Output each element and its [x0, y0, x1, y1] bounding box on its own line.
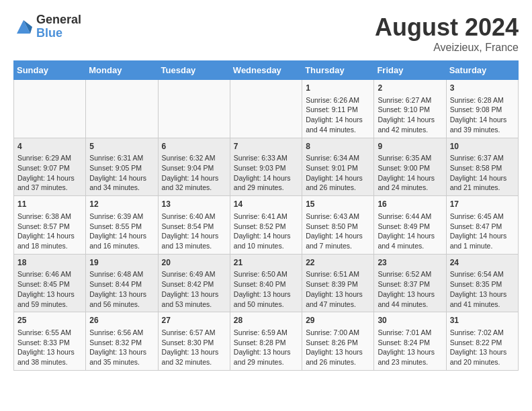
calendar-week-row: 1Sunrise: 6:26 AM Sunset: 9:11 PM Daylig…: [14, 80, 519, 138]
day-number: 9: [378, 141, 442, 152]
calendar-cell: 2Sunrise: 6:27 AM Sunset: 9:10 PM Daylig…: [374, 80, 446, 138]
day-number: 17: [450, 199, 515, 210]
day-info: Sunrise: 6:29 AM Sunset: 9:07 PM Dayligh…: [17, 153, 82, 193]
calendar-cell: 12Sunrise: 6:39 AM Sunset: 8:55 PM Dayli…: [86, 196, 158, 255]
calendar-week-row: 18Sunrise: 6:46 AM Sunset: 8:45 PM Dayli…: [14, 254, 519, 312]
day-info: Sunrise: 6:31 AM Sunset: 9:05 PM Dayligh…: [89, 153, 154, 193]
calendar-cell: 26Sunrise: 6:56 AM Sunset: 8:32 PM Dayli…: [86, 312, 158, 371]
day-number: 23: [378, 257, 442, 269]
day-number: 5: [89, 141, 154, 152]
day-number: 7: [234, 141, 298, 152]
calendar-cell: 15Sunrise: 6:43 AM Sunset: 8:50 PM Dayli…: [302, 196, 374, 255]
header-day: Wednesday: [230, 61, 302, 80]
header-day: Thursday: [302, 61, 374, 80]
day-info: Sunrise: 7:01 AM Sunset: 8:24 PM Dayligh…: [378, 328, 442, 367]
day-number: 12: [89, 199, 154, 210]
day-info: Sunrise: 6:26 AM Sunset: 9:11 PM Dayligh…: [306, 95, 370, 135]
day-number: 18: [17, 257, 82, 269]
day-info: Sunrise: 6:50 AM Sunset: 8:40 PM Dayligh…: [234, 269, 298, 309]
calendar-cell: 21Sunrise: 6:50 AM Sunset: 8:40 PM Dayli…: [230, 254, 302, 312]
day-number: 11: [17, 199, 82, 210]
day-number: 4: [17, 141, 82, 152]
calendar-cell: 13Sunrise: 6:40 AM Sunset: 8:54 PM Dayli…: [158, 196, 230, 255]
day-number: 25: [17, 315, 82, 326]
day-info: Sunrise: 6:44 AM Sunset: 8:49 PM Dayligh…: [378, 212, 442, 251]
calendar-cell: [230, 80, 302, 138]
day-info: Sunrise: 6:56 AM Sunset: 8:32 PM Dayligh…: [89, 328, 154, 367]
day-info: Sunrise: 6:38 AM Sunset: 8:57 PM Dayligh…: [17, 212, 82, 251]
day-number: 22: [306, 257, 370, 269]
page-header: General Blue August 2024 Aveizieux, Fran…: [13, 13, 519, 54]
day-number: 1: [306, 83, 370, 94]
calendar-cell: 9Sunrise: 6:35 AM Sunset: 9:00 PM Daylig…: [374, 138, 446, 196]
location-title: Aveizieux, France: [375, 42, 519, 54]
header-day: Tuesday: [158, 61, 230, 80]
calendar-cell: 18Sunrise: 6:46 AM Sunset: 8:45 PM Dayli…: [14, 254, 86, 312]
day-number: 24: [450, 257, 515, 269]
calendar-cell: 8Sunrise: 6:34 AM Sunset: 9:01 PM Daylig…: [302, 138, 374, 196]
calendar-cell: 17Sunrise: 6:45 AM Sunset: 8:47 PM Dayli…: [446, 196, 518, 255]
day-info: Sunrise: 6:51 AM Sunset: 8:39 PM Dayligh…: [306, 269, 370, 309]
day-info: Sunrise: 6:39 AM Sunset: 8:55 PM Dayligh…: [89, 212, 154, 251]
day-info: Sunrise: 6:35 AM Sunset: 9:00 PM Dayligh…: [378, 153, 442, 193]
calendar-cell: [86, 80, 158, 138]
calendar-week-row: 25Sunrise: 6:55 AM Sunset: 8:33 PM Dayli…: [14, 312, 519, 371]
day-info: Sunrise: 7:02 AM Sunset: 8:22 PM Dayligh…: [450, 328, 515, 367]
header-row: SundayMondayTuesdayWednesdayThursdayFrid…: [14, 61, 519, 80]
calendar-cell: 6Sunrise: 6:32 AM Sunset: 9:04 PM Daylig…: [158, 138, 230, 196]
logo: General Blue: [13, 13, 81, 40]
calendar-cell: 10Sunrise: 6:37 AM Sunset: 8:58 PM Dayli…: [446, 138, 518, 196]
day-number: 8: [306, 141, 370, 152]
day-number: 19: [89, 257, 154, 269]
day-number: 28: [234, 315, 298, 326]
day-number: 20: [162, 257, 226, 269]
calendar-cell: 16Sunrise: 6:44 AM Sunset: 8:49 PM Dayli…: [374, 196, 446, 255]
logo-text: General Blue: [36, 13, 81, 40]
day-number: 10: [450, 141, 515, 152]
month-title: August 2024: [375, 13, 519, 42]
header-day: Sunday: [14, 61, 86, 80]
logo-blue: Blue: [36, 27, 81, 40]
calendar-header: SundayMondayTuesdayWednesdayThursdayFrid…: [14, 61, 519, 80]
day-number: 16: [378, 199, 442, 210]
day-info: Sunrise: 6:40 AM Sunset: 8:54 PM Dayligh…: [162, 212, 226, 251]
logo-general: General: [36, 13, 81, 27]
day-info: Sunrise: 6:28 AM Sunset: 9:08 PM Dayligh…: [450, 95, 515, 135]
day-info: Sunrise: 6:46 AM Sunset: 8:45 PM Dayligh…: [17, 269, 82, 309]
header-day: Monday: [86, 61, 158, 80]
day-info: Sunrise: 6:55 AM Sunset: 8:33 PM Dayligh…: [17, 328, 82, 367]
day-info: Sunrise: 6:33 AM Sunset: 9:03 PM Dayligh…: [234, 153, 298, 193]
day-number: 3: [450, 83, 515, 94]
calendar-week-row: 11Sunrise: 6:38 AM Sunset: 8:57 PM Dayli…: [14, 196, 519, 255]
calendar-cell: 31Sunrise: 7:02 AM Sunset: 8:22 PM Dayli…: [446, 312, 518, 371]
calendar-cell: 25Sunrise: 6:55 AM Sunset: 8:33 PM Dayli…: [14, 312, 86, 371]
day-number: 2: [378, 83, 442, 94]
calendar-cell: 7Sunrise: 6:33 AM Sunset: 9:03 PM Daylig…: [230, 138, 302, 196]
day-number: 30: [378, 315, 442, 326]
calendar-cell: 19Sunrise: 6:48 AM Sunset: 8:44 PM Dayli…: [86, 254, 158, 312]
day-number: 15: [306, 199, 370, 210]
calendar-cell: 30Sunrise: 7:01 AM Sunset: 8:24 PM Dayli…: [374, 312, 446, 371]
day-number: 29: [306, 315, 370, 326]
calendar-cell: 5Sunrise: 6:31 AM Sunset: 9:05 PM Daylig…: [86, 138, 158, 196]
calendar-cell: 11Sunrise: 6:38 AM Sunset: 8:57 PM Dayli…: [14, 196, 86, 255]
day-info: Sunrise: 6:34 AM Sunset: 9:01 PM Dayligh…: [306, 153, 370, 193]
calendar-cell: 4Sunrise: 6:29 AM Sunset: 9:07 PM Daylig…: [14, 138, 86, 196]
calendar-cell: 14Sunrise: 6:41 AM Sunset: 8:52 PM Dayli…: [230, 196, 302, 255]
day-number: 14: [234, 199, 298, 210]
logo-icon: [13, 17, 34, 37]
day-info: Sunrise: 6:59 AM Sunset: 8:28 PM Dayligh…: [234, 328, 298, 367]
day-info: Sunrise: 6:27 AM Sunset: 9:10 PM Dayligh…: [378, 95, 442, 135]
calendar-cell: 20Sunrise: 6:49 AM Sunset: 8:42 PM Dayli…: [158, 254, 230, 312]
day-info: Sunrise: 6:49 AM Sunset: 8:42 PM Dayligh…: [162, 269, 226, 309]
header-day: Saturday: [446, 61, 518, 80]
day-info: Sunrise: 6:32 AM Sunset: 9:04 PM Dayligh…: [162, 153, 226, 193]
day-info: Sunrise: 6:52 AM Sunset: 8:37 PM Dayligh…: [378, 269, 442, 309]
calendar-cell: 22Sunrise: 6:51 AM Sunset: 8:39 PM Dayli…: [302, 254, 374, 312]
calendar-cell: 23Sunrise: 6:52 AM Sunset: 8:37 PM Dayli…: [374, 254, 446, 312]
calendar-table: SundayMondayTuesdayWednesdayThursdayFrid…: [13, 60, 519, 371]
day-info: Sunrise: 6:37 AM Sunset: 8:58 PM Dayligh…: [450, 153, 515, 193]
day-info: Sunrise: 6:45 AM Sunset: 8:47 PM Dayligh…: [450, 212, 515, 251]
title-block: August 2024 Aveizieux, France: [375, 13, 519, 54]
day-info: Sunrise: 6:57 AM Sunset: 8:30 PM Dayligh…: [162, 328, 226, 367]
